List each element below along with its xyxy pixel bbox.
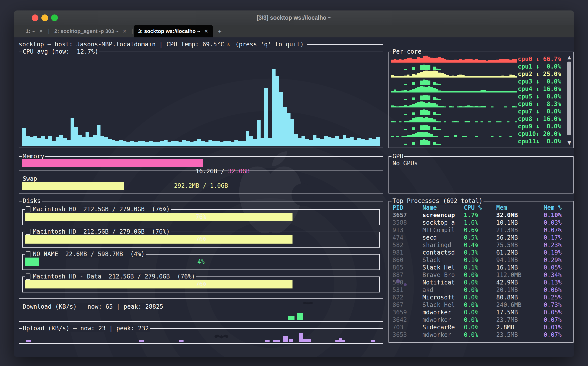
cpu-bar — [33, 136, 37, 146]
spark-bar — [423, 109, 425, 115]
scroll-up-icon[interactable]: ▲ — [567, 54, 572, 60]
spark-bar — [420, 65, 423, 70]
spark-bar — [465, 106, 467, 107]
core-label: cpu4 ↓ 16.0% — [518, 85, 561, 93]
spark-bar — [423, 139, 425, 145]
spark-bar — [504, 91, 507, 92]
core-row-cpu6: cpu6 ↓ 8.3% — [391, 100, 570, 108]
cpu-bar — [197, 139, 201, 146]
process-mem-pct: 0.06% — [544, 286, 562, 294]
upload-bar — [283, 336, 288, 342]
tab-close-icon[interactable]: ✕ — [204, 28, 208, 34]
spark-bar — [391, 105, 394, 107]
spark-bar — [478, 91, 481, 92]
tab-1[interactable]: 1: ~✕ — [21, 25, 48, 37]
process-name: mdworker_ — [422, 309, 455, 316]
spark-bar — [412, 97, 415, 100]
spark-bar — [423, 102, 425, 107]
gpu-status: No GPUs — [392, 160, 418, 167]
spark-bar — [462, 75, 465, 78]
spark-bar — [499, 136, 501, 137]
new-tab-button[interactable]: + — [213, 27, 227, 35]
spark-bar — [396, 136, 399, 137]
spark-bar — [438, 84, 441, 85]
cpu-bar — [242, 141, 246, 146]
core-row-cpu3: cpu3 ↓ 0.0% — [391, 78, 570, 85]
spark-bar — [407, 75, 409, 78]
close-window-button[interactable] — [32, 14, 38, 21]
cpu-bar — [208, 140, 212, 146]
spark-bar — [412, 142, 415, 145]
disks-panel-title: Disks — [22, 197, 42, 205]
spark-bar — [399, 91, 402, 92]
cpu-bar — [339, 139, 343, 146]
spark-bar — [425, 95, 428, 100]
process-pid: 865 — [392, 264, 403, 271]
scrollbar-thumb[interactable] — [567, 62, 571, 135]
cpu-bar — [194, 141, 197, 146]
spark-bar — [452, 60, 454, 63]
spark-bar — [475, 59, 478, 63]
spark-bar — [462, 106, 465, 107]
spark-bar — [483, 76, 486, 78]
spark-bar — [438, 129, 441, 130]
cpu-bar — [56, 137, 59, 146]
spark-bar — [409, 90, 412, 92]
cpu-bar — [59, 135, 63, 146]
scroll-down-icon[interactable]: ▼ — [567, 140, 572, 146]
cpu-bar — [41, 136, 45, 146]
core-label: cpu6 ↓ 8.3% — [518, 100, 561, 108]
spark-bar — [433, 67, 436, 70]
spark-bar — [404, 136, 407, 137]
spark-bar — [496, 121, 499, 122]
cpu-bar — [294, 134, 298, 146]
spark-bar — [415, 59, 417, 63]
tab-divider: | — [131, 28, 133, 34]
spark-bar — [412, 134, 415, 137]
spark-bar — [444, 121, 446, 122]
process-cpu: 0.5% — [464, 234, 478, 241]
spark-bar — [465, 91, 467, 92]
spark-bar — [436, 114, 438, 115]
tab-2[interactable]: 2: socktop_agent -p 303 ~✕ — [50, 25, 131, 37]
cpu-bar — [119, 140, 123, 146]
spark-bar — [409, 58, 412, 63]
window-titlebar[interactable]: [3/3] socktop ws://localho ~ — [14, 10, 574, 25]
tab-3[interactable]: 3: socktop ws://localho ~✕ — [134, 25, 213, 37]
tab-close-icon[interactable]: ✕ — [39, 28, 43, 34]
cpu-bar — [350, 137, 354, 146]
spark-bar — [473, 106, 475, 107]
cpu-bar — [227, 141, 231, 146]
disk-title: NO NAME 22.6MB / 598.7MB (4%) — [25, 250, 146, 258]
spark-bar — [501, 91, 504, 92]
minimize-window-button[interactable] — [41, 14, 48, 21]
spark-bar — [394, 121, 396, 122]
disk-title: Macintosh HD - Data 212.5GB / 279.0GB (7… — [25, 273, 196, 280]
cpu-bar — [138, 141, 141, 146]
zoom-window-button[interactable] — [51, 14, 58, 21]
spark-bar — [425, 117, 428, 122]
spark-bar — [423, 65, 425, 70]
process-cpu: 1.7% — [464, 211, 478, 219]
spark-bar — [407, 106, 409, 107]
spark-bar — [446, 75, 449, 78]
core-scrollbar[interactable]: ▲ ▼ — [567, 54, 572, 146]
process-mem-pct: 0.25% — [544, 294, 562, 301]
core-row-cpu10: cpu10↓ 20.0% — [391, 130, 570, 138]
spark-bar — [446, 60, 449, 63]
spark-bar — [423, 132, 425, 137]
spark-bar — [417, 73, 420, 78]
spark-bar — [449, 91, 452, 92]
core-label: cpu8 ↓ 16.0% — [518, 115, 561, 123]
memory-panel: Memory 16.2GB / 32.0GB — [19, 156, 383, 171]
cpu-bar — [238, 141, 242, 146]
cpu-bar — [104, 137, 108, 146]
process-mem: 32.0MB — [496, 211, 518, 219]
core-row-cpu5: cpu5 ↓ 0.0% — [391, 93, 570, 100]
process-name: Microsoft — [422, 294, 455, 301]
spark-bar — [462, 91, 465, 92]
process-name: secd — [422, 234, 437, 241]
spark-bar — [430, 87, 433, 92]
spark-bar — [441, 73, 444, 78]
tab-close-icon[interactable]: ✕ — [122, 28, 127, 34]
